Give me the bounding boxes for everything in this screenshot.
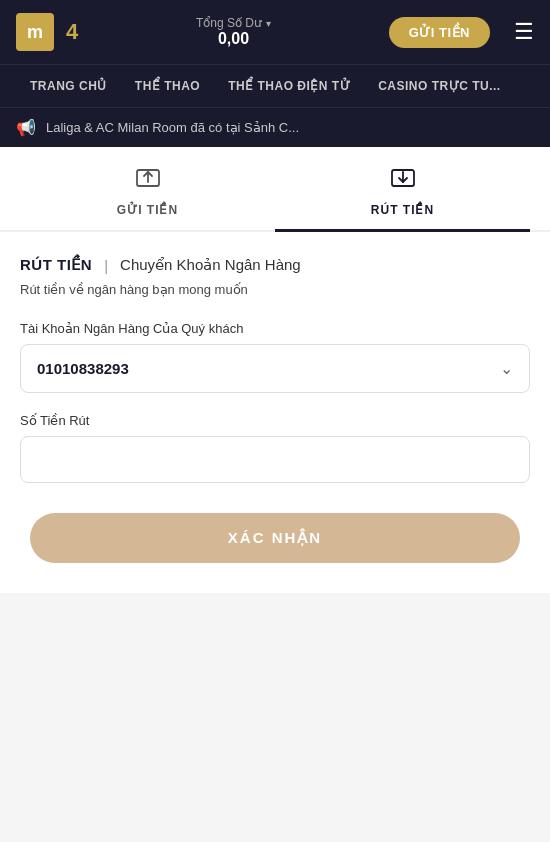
hamburger-icon[interactable]: ☰ — [514, 19, 534, 45]
amount-label: Số Tiền Rút — [20, 413, 530, 428]
tab-rut-tien[interactable]: RÚT TIỀN — [275, 147, 530, 232]
section-title-divider: | — [104, 257, 108, 274]
rut-tien-tab-icon — [389, 163, 417, 197]
main-content: RÚT TIỀN | Chuyển Khoản Ngân Hàng Rút ti… — [0, 232, 550, 593]
account-select-chevron-icon: ⌄ — [500, 359, 513, 378]
section-title-sub: Chuyển Khoản Ngân Hàng — [120, 256, 301, 274]
ticker-bar: 📢 Laliga & AC Milan Room đã có tại Sảnh … — [0, 107, 550, 147]
account-form-group: Tài Khoản Ngân Hàng Của Quý khách 010108… — [20, 321, 530, 393]
tab-bar: GỬI TIỀN RÚT TIỀN — [0, 147, 550, 232]
header-gui-tien-button[interactable]: GỬI TIỀN — [389, 17, 490, 48]
section-title-label: RÚT TIỀN — [20, 256, 92, 274]
gui-tien-tab-label: GỬI TIỀN — [117, 203, 178, 217]
ticker-icon: 📢 — [16, 118, 36, 137]
account-select-value: 01010838293 — [37, 360, 129, 377]
main-nav: TRANG CHỦ THỂ THAO THỂ THAO ĐIỆN TỬ CASI… — [0, 64, 550, 107]
nav-item-the-thao-dien-tu[interactable]: THỂ THAO ĐIỆN TỬ — [214, 65, 364, 107]
balance-amount: 0,00 — [218, 30, 249, 48]
ticker-text: Laliga & AC Milan Room đã có tại Sảnh C.… — [46, 120, 299, 135]
confirm-button[interactable]: XÁC NHẬN — [30, 513, 520, 563]
header: m 4 Tổng Số Dư ▾ 0,00 GỬI TIỀN ☰ — [0, 0, 550, 64]
account-label: Tài Khoản Ngân Hàng Của Quý khách — [20, 321, 530, 336]
account-select[interactable]: 01010838293 ⌄ — [20, 344, 530, 393]
tab-gui-tien[interactable]: GỬI TIỀN — [20, 147, 275, 232]
balance-section: Tổng Số Dư ▾ 0,00 — [90, 16, 376, 48]
nav-item-the-thao[interactable]: THỂ THAO — [121, 65, 214, 107]
amount-form-group: Số Tiền Rút — [20, 413, 530, 483]
confirm-section: XÁC NHẬN — [20, 513, 530, 563]
balance-label[interactable]: Tổng Số Dư ▾ — [196, 16, 271, 30]
nav-item-trang-chu[interactable]: TRANG CHỦ — [16, 65, 121, 107]
gui-tien-tab-icon — [134, 163, 162, 197]
logo-slash-icon: 4 — [66, 19, 78, 45]
nav-item-casino[interactable]: CASINO TRỰC TU... — [364, 65, 515, 107]
section-title: RÚT TIỀN | Chuyển Khoản Ngân Hàng — [20, 256, 530, 274]
rut-tien-tab-label: RÚT TIỀN — [371, 203, 434, 217]
balance-chevron-icon: ▾ — [266, 18, 271, 29]
logo-m-icon: m — [16, 13, 54, 51]
amount-input[interactable] — [20, 436, 530, 483]
section-desc: Rút tiền về ngân hàng bạn mong muốn — [20, 282, 530, 297]
